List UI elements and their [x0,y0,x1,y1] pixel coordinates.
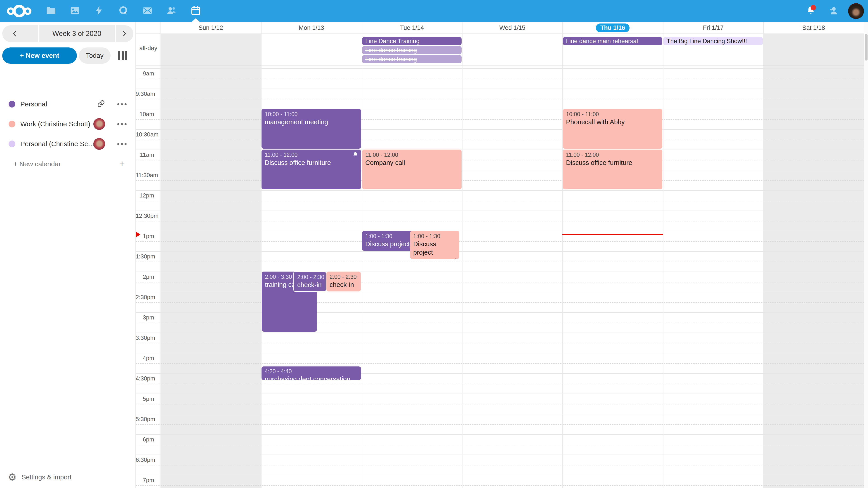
photos-icon [70,5,80,17]
nextcloud-logo[interactable] [0,0,38,22]
event-time: 1:00 - 1:30 [365,232,411,240]
day-header-sat[interactable]: Sat 1/18 [763,22,864,33]
all-day-divider [135,66,864,66]
today-badge: Thu 1/16 [596,24,630,32]
calendar-color-dot [8,140,16,147]
column-divider [562,22,563,488]
time-row[interactable]: 1:30pm [135,251,864,271]
event-discuss-office-furniture-mon[interactable]: 11:00 - 12:00 Discuss office furniture [261,150,361,189]
allday-event-line-dance-training-cancelled[interactable]: Line dance training [362,46,462,54]
calendar-name: Personal [20,100,47,108]
today-button[interactable]: Today [79,47,111,64]
photos-app-button[interactable] [63,0,87,22]
activity-app-button[interactable] [87,0,111,22]
time-row[interactable]: 3:30pm [135,332,864,353]
event-title: Discuss office furniture [566,159,659,167]
nextcloud-logo-icon [7,5,31,18]
event-time: 4:20 - 4:40 [265,367,358,375]
time-label: 12:30pm [135,213,157,219]
event-purchasing-dept-conversation[interactable]: 4:20 - 4:40 purchasing dept conversation [261,366,361,380]
allday-event-line-dance-main-rehearsal[interactable]: Line dance main rehearsal [563,37,662,45]
event-check-in-salmon[interactable]: 2:00 - 2:30 check-in [327,271,361,291]
lightning-icon [94,5,104,17]
time-row[interactable]: 4:30pm [135,373,864,394]
time-row[interactable]: 5pm [135,394,864,414]
next-week-button[interactable] [115,25,133,42]
event-company-call[interactable]: 11:00 - 12:00 Company call [362,150,462,189]
user-menu-button[interactable] [848,0,864,22]
time-label: 1:30pm [135,253,157,260]
time-row[interactable]: 12pm [135,190,864,210]
event-time: 11:00 - 12:00 [265,151,358,159]
talk-app-button[interactable] [111,0,135,22]
time-row[interactable]: 10am [135,109,864,129]
previous-week-button[interactable] [2,25,27,42]
notifications-button[interactable] [803,0,819,22]
view-switcher-button[interactable] [118,51,127,60]
time-row[interactable]: 5:30pm [135,414,864,434]
time-row[interactable]: 10:30am [135,129,864,150]
time-label: 12pm [135,192,157,199]
calendar-item-personal[interactable]: Personal [0,96,135,112]
time-row[interactable]: 1pm [135,231,864,251]
contacts-app-button[interactable] [159,0,184,22]
time-row[interactable]: 11am [135,150,864,170]
day-header-mon[interactable]: Mon 1/13 [261,22,362,33]
settings-import-button[interactable]: ⚙ Settings & import [8,472,71,482]
share-link-icon[interactable] [97,100,105,109]
event-discuss-project-announcement-salmon[interactable]: 1:00 - 1:30 Discuss project announcement [410,231,459,259]
day-header-thu-today[interactable]: Thu 1/16 [562,22,663,33]
day-header-sun[interactable]: Sun 1/12 [160,22,261,33]
time-row[interactable]: 9:30am [135,89,864,109]
time-row[interactable]: 4pm [135,353,864,373]
event-title: Company call [365,159,458,167]
time-row[interactable]: 2pm [135,271,864,292]
scrollbar-thumb[interactable] [865,34,868,61]
time-row[interactable]: 9am [135,68,864,89]
time-label: 5:30pm [135,416,157,423]
event-discuss-project-announcement-purple[interactable]: 1:00 - 1:30 Discuss project announcement [362,231,414,251]
calendar-item-personal-christine[interactable]: Personal (Christine Schott) [0,136,135,152]
files-app-button[interactable] [38,0,63,22]
event-phonecall-with-abby[interactable]: 10:00 - 11:00 Phonecall with Abby [563,109,662,149]
speech-bubble-icon [118,5,128,17]
time-row[interactable]: 7pm [135,475,864,488]
time-label: 2pm [135,273,157,281]
event-check-in-purple[interactable]: 2:00 - 2:30 check-in [293,271,327,292]
calendar-color-dot [8,101,16,107]
time-label: 3:30pm [135,334,157,341]
column-divider [261,22,261,488]
allday-event-line-dance-training[interactable]: Line Dance Training [362,37,462,45]
time-row[interactable]: 2:30pm [135,292,864,312]
calendar-item-work-christine[interactable]: Work (Christine Schott) [0,116,135,132]
calendar-actions-menu[interactable] [117,123,127,125]
week-label[interactable]: Week 3 of 2020 [38,25,115,42]
allday-event-line-dance-training-cancelled[interactable]: Line dance training [362,55,462,63]
calendar-app-button-active[interactable] [184,0,208,22]
new-event-button[interactable]: + New event [2,47,77,64]
event-management-meeting[interactable]: 10:00 - 11:00 management meeting [261,109,361,149]
calendar-actions-menu[interactable] [117,143,127,145]
calendar-actions-menu[interactable] [117,103,127,105]
event-discuss-office-furniture-thu[interactable]: 11:00 - 12:00 Discuss office furniture [563,150,662,189]
calendar-color-dot [8,121,16,127]
column-divider [160,22,161,488]
top-bar [0,0,868,22]
time-row[interactable]: 12:30pm [135,210,864,231]
new-calendar-button[interactable]: + New calendar + [13,157,135,171]
day-header-tue[interactable]: Tue 1/14 [362,22,462,33]
time-row[interactable]: 3pm [135,312,864,332]
notification-badge [811,5,816,10]
time-row[interactable]: 11:30am [135,170,864,190]
day-header-wed[interactable]: Wed 1/15 [462,22,563,33]
contacts-menu-button[interactable] [826,0,841,22]
person-icon [829,6,838,17]
allday-event-big-line-dancing-show[interactable]: The Big Line Dancing Show!!! [663,37,763,45]
time-row[interactable]: 6:30pm [135,455,864,475]
calendar-week-view: 9am 9:30am 10am 10:30am 11am 11:30am 12p… [135,22,864,488]
vertical-scrollbar[interactable] [864,22,868,488]
mail-app-button[interactable] [135,0,159,22]
day-header-fri[interactable]: Fri 1/17 [663,22,764,33]
time-row[interactable]: 6pm [135,434,864,455]
calendar-name: Personal (Christine Schott) [20,140,97,148]
